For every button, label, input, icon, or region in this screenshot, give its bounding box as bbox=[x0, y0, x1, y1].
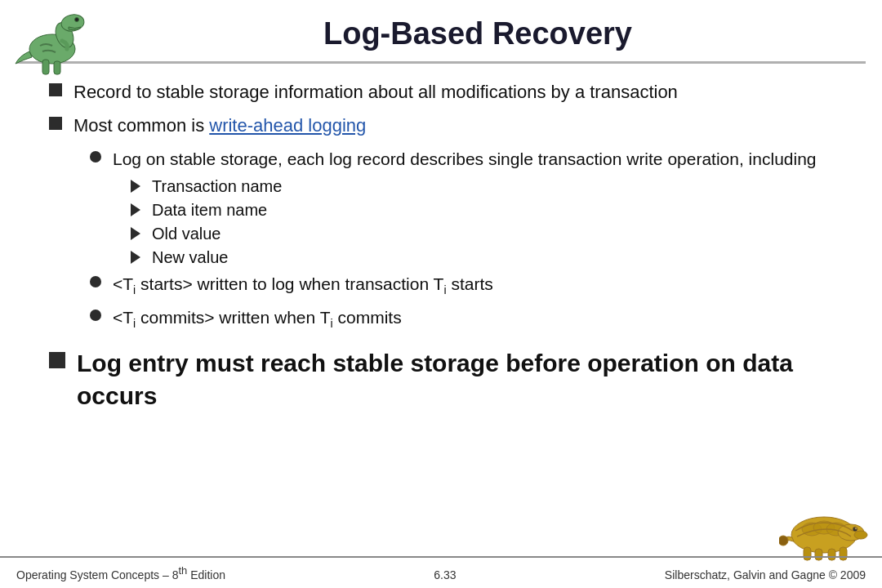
bullet-3-text: Log on stable storage, each log record d… bbox=[113, 147, 817, 171]
sub-items-list: Transaction name Data item name Old valu… bbox=[131, 177, 833, 267]
svg-rect-4 bbox=[42, 60, 49, 74]
list-item: New value bbox=[131, 248, 833, 267]
slide: Log-Based Recovery Record to stable stor… bbox=[0, 0, 882, 588]
circle-bullet-icon bbox=[90, 151, 101, 163]
title-area: Log-Based Recovery bbox=[0, 0, 882, 58]
content-area: Record to stable storage information abo… bbox=[0, 64, 882, 421]
list-item: Transaction name bbox=[131, 177, 833, 196]
footer: Operating System Concepts – 8th Edition … bbox=[0, 556, 882, 588]
triangle-bullet-icon bbox=[131, 180, 140, 193]
footer-copyright: Silberschatz, Galvin and Gagne © 2009 bbox=[665, 568, 866, 581]
footer-left: Operating System Concepts – 8th Edition bbox=[16, 564, 225, 581]
square-bullet-icon bbox=[49, 83, 62, 96]
square-bullet-icon-2 bbox=[49, 117, 62, 130]
bullet-3: Log on stable storage, each log record d… bbox=[90, 147, 833, 171]
footer-page-number: 6.33 bbox=[434, 568, 456, 581]
footer-edition-label: Operating System Concepts – 8th Edition bbox=[16, 568, 225, 581]
triangle-bullet-icon-3 bbox=[131, 227, 140, 240]
svg-point-3 bbox=[75, 18, 79, 22]
sub-item-3: Old value bbox=[152, 225, 221, 243]
bullet-5: <Ti commits> written when Ti commits bbox=[90, 305, 833, 332]
slide-title: Log-Based Recovery bbox=[90, 16, 866, 51]
large-bullet-text: Log entry must reach stable storage befo… bbox=[77, 347, 833, 413]
bullet-4-text: <Ti starts> written to log when transact… bbox=[113, 272, 493, 299]
svg-point-13 bbox=[854, 531, 867, 539]
bullet-1-text: Record to stable storage information abo… bbox=[74, 80, 678, 105]
bullet-2: Most common is write-ahead logging bbox=[49, 114, 833, 139]
list-item: Old value bbox=[131, 225, 833, 243]
sub-item-4: New value bbox=[152, 248, 228, 267]
large-bullet: Log entry must reach stable storage befo… bbox=[49, 347, 833, 413]
circle-bullet-icon-3 bbox=[90, 310, 101, 321]
large-square-bullet-icon bbox=[49, 352, 65, 368]
sub-item-1: Transaction name bbox=[152, 177, 282, 196]
sub-item-2: Data item name bbox=[152, 201, 267, 220]
svg-point-12 bbox=[855, 528, 857, 529]
dino-top-icon bbox=[11, 7, 89, 76]
write-ahead-link: write-ahead logging bbox=[209, 115, 366, 136]
bullet-4: <Ti starts> written to log when transact… bbox=[90, 272, 833, 299]
triangle-bullet-icon-4 bbox=[131, 251, 140, 264]
list-item: Data item name bbox=[131, 201, 833, 220]
triangle-bullet-icon-2 bbox=[131, 203, 140, 216]
bullet-2-text: Most common is write-ahead logging bbox=[74, 114, 366, 139]
circle-bullet-icon-2 bbox=[90, 276, 101, 287]
svg-rect-5 bbox=[54, 61, 60, 74]
svg-point-18 bbox=[779, 536, 788, 546]
bullet-5-text: <Ti commits> written when Ti commits bbox=[113, 305, 402, 332]
bullet-2-prefix: Most common is bbox=[74, 115, 209, 136]
bullet-1: Record to stable storage information abo… bbox=[49, 80, 833, 105]
dino-bottom-icon bbox=[779, 490, 869, 564]
